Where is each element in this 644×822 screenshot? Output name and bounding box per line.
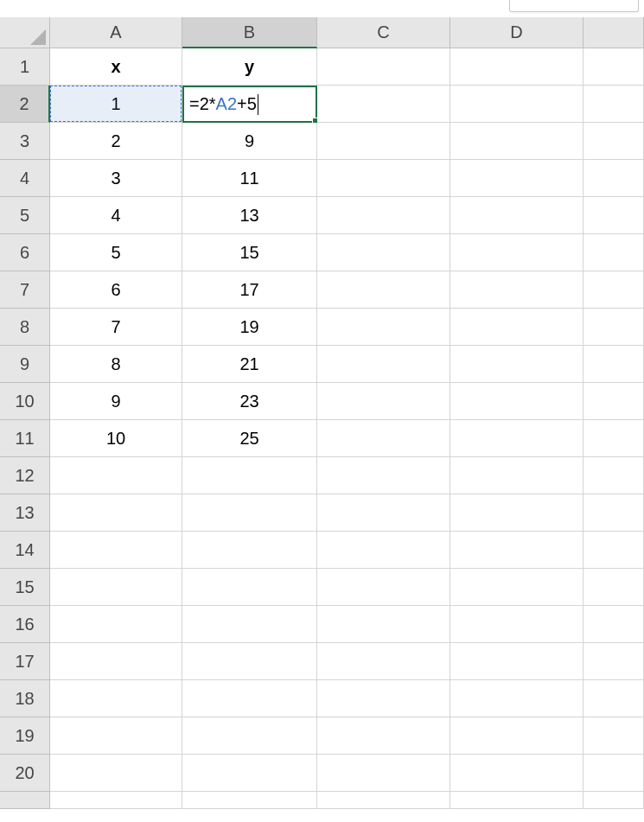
cell-E18[interactable] [583, 680, 644, 717]
cell-A14[interactable] [50, 532, 182, 569]
cell-B7[interactable]: 17 [182, 271, 317, 309]
cell-A6[interactable]: 5 [50, 234, 182, 271]
cell-E5[interactable] [583, 197, 644, 234]
cell-E8[interactable] [583, 309, 644, 346]
cell-C7[interactable] [317, 271, 450, 309]
cell-A4[interactable]: 3 [50, 160, 182, 197]
cell-C20[interactable] [317, 755, 450, 792]
cell-A1[interactable]: x [50, 48, 182, 86]
row-header-19[interactable]: 19 [0, 717, 50, 755]
cell-E20[interactable] [583, 755, 644, 792]
row-header-4[interactable]: 4 [0, 160, 50, 197]
cell-D5[interactable] [450, 197, 583, 234]
cell-A2[interactable]: 1 [50, 86, 182, 123]
cell-E6[interactable] [583, 234, 644, 271]
cell-E15[interactable] [583, 569, 644, 606]
col-header-A[interactable]: A [50, 17, 182, 48]
cell-A11[interactable]: 10 [50, 420, 182, 457]
cell-C3[interactable] [317, 123, 450, 160]
cell-A3[interactable]: 2 [50, 123, 182, 160]
cell-D17[interactable] [450, 643, 583, 680]
cell-C13[interactable] [317, 494, 450, 532]
row-header-17[interactable]: 17 [0, 643, 50, 680]
cell-E16[interactable] [583, 606, 644, 643]
cell-D21[interactable] [450, 792, 583, 809]
collapsed-panel[interactable] [509, 0, 639, 12]
cell-B18[interactable] [182, 680, 317, 717]
cell-E14[interactable] [583, 532, 644, 569]
select-all-corner[interactable] [0, 17, 50, 48]
cell-A18[interactable] [50, 680, 182, 717]
cell-B13[interactable] [182, 494, 317, 532]
cell-D19[interactable] [450, 717, 583, 755]
cell-B8[interactable]: 19 [182, 309, 317, 346]
row-header-16[interactable]: 16 [0, 606, 50, 643]
cell-B6[interactable]: 15 [182, 234, 317, 271]
cell-D15[interactable] [450, 569, 583, 606]
row-header-6[interactable]: 6 [0, 234, 50, 271]
cell-B10[interactable]: 23 [182, 383, 317, 420]
row-header-18[interactable]: 18 [0, 680, 50, 717]
cell-C11[interactable] [317, 420, 450, 457]
cell-D20[interactable] [450, 755, 583, 792]
col-header-B[interactable]: B [182, 17, 317, 48]
cell-E10[interactable] [583, 383, 644, 420]
row-header-2[interactable]: 2 [0, 86, 50, 123]
cell-B9[interactable]: 21 [182, 346, 317, 383]
cell-B2-editing[interactable]: =2*A2+5 [182, 86, 317, 123]
cell-B1[interactable]: y [182, 48, 317, 86]
cell-A7[interactable]: 6 [50, 271, 182, 309]
cell-D6[interactable] [450, 234, 583, 271]
cell-E9[interactable] [583, 346, 644, 383]
row-header-20[interactable]: 20 [0, 755, 50, 792]
row-header-12[interactable]: 12 [0, 457, 50, 494]
cell-E2[interactable] [583, 86, 644, 123]
cell-A9[interactable]: 8 [50, 346, 182, 383]
row-header-10[interactable]: 10 [0, 383, 50, 420]
row-header-13[interactable]: 13 [0, 494, 50, 532]
col-header-C[interactable]: C [317, 17, 450, 48]
cell-A5[interactable]: 4 [50, 197, 182, 234]
cell-A19[interactable] [50, 717, 182, 755]
cell-C8[interactable] [317, 309, 450, 346]
cell-B15[interactable] [182, 569, 317, 606]
cell-D18[interactable] [450, 680, 583, 717]
cell-B16[interactable] [182, 606, 317, 643]
row-header-7[interactable]: 7 [0, 271, 50, 309]
cell-C4[interactable] [317, 160, 450, 197]
cell-A17[interactable] [50, 643, 182, 680]
cell-A21[interactable] [50, 792, 182, 809]
row-header-9[interactable]: 9 [0, 346, 50, 383]
cell-E12[interactable] [583, 457, 644, 494]
cell-C15[interactable] [317, 569, 450, 606]
cell-B14[interactable] [182, 532, 317, 569]
cell-E11[interactable] [583, 420, 644, 457]
cell-D9[interactable] [450, 346, 583, 383]
cell-C12[interactable] [317, 457, 450, 494]
row-header-15[interactable]: 15 [0, 569, 50, 606]
row-header-1[interactable]: 1 [0, 48, 50, 86]
formula-editor[interactable]: =2*A2+5 [189, 94, 258, 115]
row-header-14[interactable]: 14 [0, 532, 50, 569]
cell-E19[interactable] [583, 717, 644, 755]
cell-D4[interactable] [450, 160, 583, 197]
cell-A20[interactable] [50, 755, 182, 792]
cell-E21[interactable] [583, 792, 644, 809]
cell-B21[interactable] [182, 792, 317, 809]
cell-C9[interactable] [317, 346, 450, 383]
row-header-3[interactable]: 3 [0, 123, 50, 160]
cell-C2[interactable] [317, 86, 450, 123]
row-header-21[interactable] [0, 792, 50, 809]
cell-C17[interactable] [317, 643, 450, 680]
cell-E4[interactable] [583, 160, 644, 197]
cell-C1[interactable] [317, 48, 450, 86]
cell-B17[interactable] [182, 643, 317, 680]
row-header-8[interactable]: 8 [0, 309, 50, 346]
cell-E1[interactable] [583, 48, 644, 86]
cell-E17[interactable] [583, 643, 644, 680]
cell-A16[interactable] [50, 606, 182, 643]
cell-B4[interactable]: 11 [182, 160, 317, 197]
cell-B5[interactable]: 13 [182, 197, 317, 234]
cell-D16[interactable] [450, 606, 583, 643]
cell-C19[interactable] [317, 717, 450, 755]
